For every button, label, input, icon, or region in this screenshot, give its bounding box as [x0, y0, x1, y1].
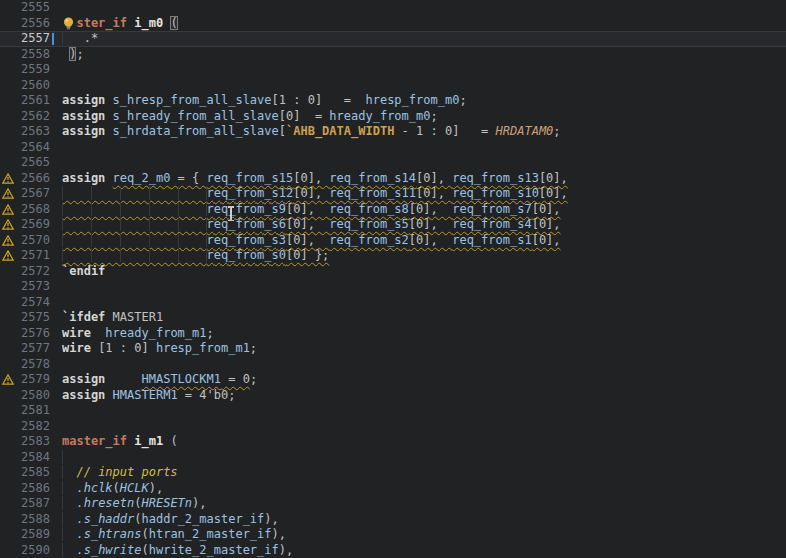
line-number[interactable]: 2590 [0, 543, 50, 558]
line-content[interactable]: req_from_s12[0], req_from_s11[0], req_fr… [62, 186, 568, 202]
code-line[interactable]: 2579assign HMASTLOCKM1 = 0; [0, 372, 786, 388]
code-line[interactable]: 2562assign s_hready_from_all_slave[0] = … [0, 109, 786, 125]
line-content[interactable]: assign s_hready_from_all_slave[0] = hrea… [62, 109, 438, 125]
line-content[interactable]: assign s_hresp_from_all_slave[1 : 0] = h… [62, 93, 467, 109]
line-number[interactable]: 2566 [0, 171, 50, 187]
code-line[interactable]: 2589 .s_htrans(htran_2_master_if), [0, 527, 786, 543]
line-number[interactable]: 2585 [0, 465, 50, 481]
line-content[interactable]: req_from_s0[0] }; [62, 248, 329, 264]
line-number[interactable]: 2560 [0, 78, 50, 94]
line-content[interactable]: .* [62, 31, 98, 47]
code-line[interactable]: 2573 [0, 279, 786, 295]
line-content[interactable]: master_if i_m0 ( [62, 16, 178, 32]
line-number[interactable]: 2587 [0, 496, 50, 512]
code-line[interactable]: 2574 [0, 295, 786, 311]
line-content[interactable]: assign s_hrdata_from_all_slave[`AHB_DATA… [62, 124, 561, 140]
line-number[interactable]: 2557 [0, 31, 50, 47]
line-content[interactable]: .s_hwrite(hwrite_2_master_if), [62, 543, 293, 558]
code-line[interactable]: 2584 [0, 450, 786, 466]
code-line[interactable]: 2578 [0, 357, 786, 373]
code-line[interactable]: 2565 [0, 155, 786, 171]
line-content[interactable]: req_from_s3[0], req_from_s2[0], req_from… [62, 233, 561, 249]
line-number[interactable]: 2588 [0, 512, 50, 528]
line-content[interactable]: // input ports [62, 465, 178, 481]
gutter: 2587 [0, 496, 62, 512]
line-number[interactable]: 2567 [0, 186, 50, 202]
code-line[interactable]: 2564 [0, 140, 786, 156]
line-number[interactable]: 2559 [0, 62, 50, 78]
line-number[interactable]: 2569 [0, 217, 50, 233]
line-content[interactable]: assign req_2_m0 = { req_from_s15[0], req… [62, 171, 568, 187]
code-line[interactable]: 2581 [0, 403, 786, 419]
code-line[interactable]: 2571 req_from_s0[0] }; [0, 248, 786, 264]
code-line[interactable]: 2559 [0, 62, 786, 78]
code-line[interactable]: 2583master_if i_m1 ( [0, 434, 786, 450]
code-line[interactable]: 2570 req_from_s3[0], req_from_s2[0], req… [0, 233, 786, 249]
line-number[interactable]: 2571 [0, 248, 50, 264]
code-line[interactable]: 2560 [0, 78, 786, 94]
line-content[interactable]: wire hready_from_m1; [62, 326, 214, 342]
line-number[interactable]: 2574 [0, 295, 50, 311]
line-number[interactable]: 2555 [0, 0, 50, 16]
line-number[interactable]: 2573 [0, 279, 50, 295]
line-number[interactable]: 2582 [0, 419, 50, 435]
line-number[interactable]: 2563 [0, 124, 50, 140]
line-number[interactable]: 2558 [0, 47, 50, 63]
line-content[interactable]: ); [62, 47, 84, 63]
code-line[interactable]: 2588 .s_haddr(haddr_2_master_if), [0, 512, 786, 528]
code-line[interactable]: 2576wire hready_from_m1; [0, 326, 786, 342]
code-line[interactable]: 2561assign s_hresp_from_all_slave[1 : 0]… [0, 93, 786, 109]
line-content[interactable]: .s_haddr(haddr_2_master_if), [62, 512, 279, 528]
line-content[interactable]: wire [1 : 0] hresp_from_m1; [62, 341, 257, 357]
code-line[interactable]: 2575`ifdef MASTER1 [0, 310, 786, 326]
line-number[interactable]: 2561 [0, 93, 50, 109]
code-line[interactable]: 2582 [0, 419, 786, 435]
line-number[interactable]: 2572 [0, 264, 50, 280]
line-number[interactable]: 2583 [0, 434, 50, 450]
line-content[interactable]: assign HMASTERM1 = 4'b0; [62, 388, 235, 404]
line-content[interactable]: .s_htrans(htran_2_master_if), [62, 527, 286, 543]
line-number[interactable]: 2581 [0, 403, 50, 419]
line-number[interactable]: 2564 [0, 140, 50, 156]
lightbulb-quickfix-icon[interactable] [61, 16, 76, 31]
line-content[interactable]: assign HMASTLOCKM1 = 0; [62, 372, 257, 388]
code-line[interactable]: 2555 [0, 0, 786, 16]
line-content[interactable]: req_from_s9[0], req_from_s8[0], req_from… [62, 202, 561, 218]
code-line[interactable]: 2566assign req_2_m0 = { req_from_s15[0],… [0, 171, 786, 187]
code-line[interactable]: 2585 // input ports [0, 465, 786, 481]
code-line[interactable]: 2557 .* [0, 31, 786, 47]
code-line[interactable]: 2580assign HMASTERM1 = 4'b0; [0, 388, 786, 404]
line-content[interactable]: req_from_s6[0], req_from_s5[0], req_from… [62, 217, 561, 233]
code-line[interactable]: 2577wire [1 : 0] hresp_from_m1; [0, 341, 786, 357]
code-line[interactable]: 2558 ); [0, 47, 786, 63]
code-line[interactable]: 2568 req_from_s9[0], req_from_s8[0], req… [0, 202, 786, 218]
line-number[interactable]: 2568 [0, 202, 50, 218]
line-number[interactable]: 2575 [0, 310, 50, 326]
line-number[interactable]: 2576 [0, 326, 50, 342]
line-content[interactable]: .hresetn(HRESETn), [62, 496, 207, 512]
line-number[interactable]: 2589 [0, 527, 50, 543]
line-number[interactable]: 2586 [0, 481, 50, 497]
code-line[interactable]: 2556master_if i_m0 ( [0, 16, 786, 32]
line-number[interactable]: 2584 [0, 450, 50, 466]
line-number[interactable]: 2579 [0, 372, 50, 388]
code-line[interactable]: 2586 .hclk(HCLK), [0, 481, 786, 497]
line-content[interactable]: `ifdef MASTER1 [62, 310, 163, 326]
line-content[interactable]: master_if i_m1 ( [62, 434, 178, 450]
line-number[interactable]: 2565 [0, 155, 50, 171]
line-number[interactable]: 2580 [0, 388, 50, 404]
line-number[interactable]: 2578 [0, 357, 50, 373]
code-line[interactable]: 2572`endif [0, 264, 786, 280]
code-line[interactable]: 2569 req_from_s6[0], req_from_s5[0], req… [0, 217, 786, 233]
line-content[interactable] [62, 450, 76, 466]
line-number[interactable]: 2570 [0, 233, 50, 249]
line-number[interactable]: 2562 [0, 109, 50, 125]
code-line[interactable]: 2587 .hresetn(HRESETn), [0, 496, 786, 512]
code-line[interactable]: 2567 req_from_s12[0], req_from_s11[0], r… [0, 186, 786, 202]
code-line[interactable]: 2590 .s_hwrite(hwrite_2_master_if), [0, 543, 786, 558]
line-number[interactable]: 2556 [0, 16, 50, 32]
code-line[interactable]: 2563assign s_hrdata_from_all_slave[`AHB_… [0, 124, 786, 140]
line-content[interactable]: `endif [62, 264, 105, 280]
line-content[interactable]: .hclk(HCLK), [62, 481, 163, 497]
line-number[interactable]: 2577 [0, 341, 50, 357]
